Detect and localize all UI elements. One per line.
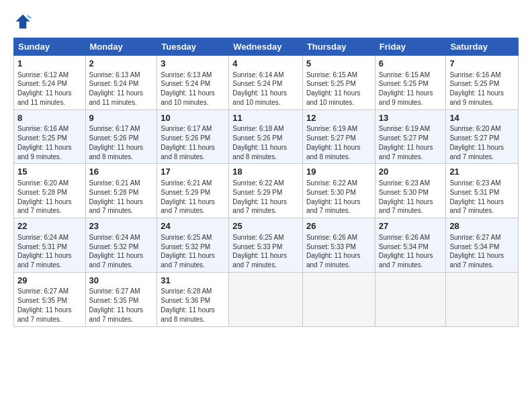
day-info: Sunrise: 6:20 AM Sunset: 5:28 PM Dayligh… bbox=[17, 179, 82, 216]
day-cell bbox=[446, 272, 519, 326]
week-row-3: 15Sunrise: 6:20 AM Sunset: 5:28 PM Dayli… bbox=[14, 164, 519, 218]
day-cell: 14Sunrise: 6:20 AM Sunset: 5:27 PM Dayli… bbox=[446, 109, 519, 164]
day-info: Sunrise: 6:15 AM Sunset: 5:25 PM Dayligh… bbox=[306, 71, 371, 107]
day-number: 20 bbox=[379, 166, 443, 178]
day-cell: 12Sunrise: 6:19 AM Sunset: 5:27 PM Dayli… bbox=[302, 109, 375, 164]
day-cell: 19Sunrise: 6:22 AM Sunset: 5:30 PM Dayli… bbox=[302, 164, 375, 218]
day-info: Sunrise: 6:13 AM Sunset: 5:24 PM Dayligh… bbox=[161, 71, 225, 107]
weekday-header-saturday: Saturday bbox=[446, 38, 519, 56]
day-cell: 31Sunrise: 6:28 AM Sunset: 5:36 PM Dayli… bbox=[157, 272, 229, 326]
day-info: Sunrise: 6:19 AM Sunset: 5:27 PM Dayligh… bbox=[306, 124, 371, 161]
page: SundayMondayTuesdayWednesdayThursdayFrid… bbox=[0, 0, 532, 411]
day-number: 17 bbox=[161, 166, 225, 178]
day-number: 5 bbox=[306, 58, 371, 70]
day-info: Sunrise: 6:21 AM Sunset: 5:29 PM Dayligh… bbox=[161, 179, 225, 216]
day-number: 22 bbox=[17, 220, 82, 232]
weekday-header-monday: Monday bbox=[85, 38, 157, 56]
day-cell: 18Sunrise: 6:22 AM Sunset: 5:29 PM Dayli… bbox=[229, 164, 303, 218]
day-number: 4 bbox=[232, 58, 299, 70]
day-info: Sunrise: 6:27 AM Sunset: 5:35 PM Dayligh… bbox=[89, 287, 154, 324]
day-number: 15 bbox=[17, 166, 82, 178]
day-cell: 24Sunrise: 6:25 AM Sunset: 5:32 PM Dayli… bbox=[157, 218, 229, 273]
day-cell bbox=[229, 272, 303, 326]
weekday-header-wednesday: Wednesday bbox=[229, 38, 303, 56]
day-info: Sunrise: 6:16 AM Sunset: 5:25 PM Dayligh… bbox=[449, 71, 515, 107]
day-number: 18 bbox=[232, 166, 299, 178]
week-row-4: 22Sunrise: 6:24 AM Sunset: 5:31 PM Dayli… bbox=[14, 218, 519, 273]
day-info: Sunrise: 6:23 AM Sunset: 5:31 PM Dayligh… bbox=[449, 179, 515, 216]
day-cell: 9Sunrise: 6:17 AM Sunset: 5:26 PM Daylig… bbox=[85, 109, 157, 164]
day-info: Sunrise: 6:22 AM Sunset: 5:30 PM Dayligh… bbox=[306, 179, 371, 216]
day-cell bbox=[375, 272, 446, 326]
day-cell: 22Sunrise: 6:24 AM Sunset: 5:31 PM Dayli… bbox=[14, 218, 86, 273]
day-cell: 21Sunrise: 6:23 AM Sunset: 5:31 PM Dayli… bbox=[446, 164, 519, 218]
day-cell: 26Sunrise: 6:26 AM Sunset: 5:33 PM Dayli… bbox=[302, 218, 375, 273]
day-cell: 6Sunrise: 6:15 AM Sunset: 5:25 PM Daylig… bbox=[375, 56, 446, 110]
day-cell: 25Sunrise: 6:25 AM Sunset: 5:33 PM Dayli… bbox=[229, 218, 303, 273]
day-cell: 16Sunrise: 6:21 AM Sunset: 5:28 PM Dayli… bbox=[85, 164, 157, 218]
day-number: 13 bbox=[379, 112, 443, 124]
day-info: Sunrise: 6:28 AM Sunset: 5:36 PM Dayligh… bbox=[161, 287, 225, 324]
weekday-header-thursday: Thursday bbox=[302, 38, 375, 56]
day-info: Sunrise: 6:18 AM Sunset: 5:26 PM Dayligh… bbox=[232, 124, 299, 161]
day-cell: 20Sunrise: 6:23 AM Sunset: 5:30 PM Dayli… bbox=[375, 164, 446, 218]
day-number: 16 bbox=[89, 166, 154, 178]
day-info: Sunrise: 6:17 AM Sunset: 5:26 PM Dayligh… bbox=[89, 124, 154, 161]
day-cell: 30Sunrise: 6:27 AM Sunset: 5:35 PM Dayli… bbox=[85, 272, 157, 326]
day-number: 14 bbox=[449, 112, 515, 124]
day-cell: 1Sunrise: 6:12 AM Sunset: 5:24 PM Daylig… bbox=[14, 56, 86, 110]
day-number: 19 bbox=[306, 166, 371, 178]
header bbox=[13, 12, 519, 31]
day-info: Sunrise: 6:27 AM Sunset: 5:34 PM Dayligh… bbox=[449, 233, 515, 270]
day-number: 6 bbox=[379, 58, 443, 70]
day-number: 2 bbox=[89, 58, 154, 70]
day-number: 28 bbox=[449, 220, 515, 232]
day-number: 8 bbox=[17, 112, 82, 124]
weekday-header-sunday: Sunday bbox=[14, 38, 86, 56]
day-number: 24 bbox=[161, 220, 225, 232]
logo-icon bbox=[13, 12, 32, 31]
svg-marker-0 bbox=[16, 15, 30, 29]
day-info: Sunrise: 6:14 AM Sunset: 5:24 PM Dayligh… bbox=[232, 71, 299, 107]
day-cell: 11Sunrise: 6:18 AM Sunset: 5:26 PM Dayli… bbox=[229, 109, 303, 164]
day-number: 26 bbox=[306, 220, 371, 232]
day-info: Sunrise: 6:27 AM Sunset: 5:35 PM Dayligh… bbox=[17, 287, 82, 324]
day-info: Sunrise: 6:12 AM Sunset: 5:24 PM Dayligh… bbox=[17, 71, 82, 107]
day-info: Sunrise: 6:24 AM Sunset: 5:31 PM Dayligh… bbox=[17, 233, 82, 270]
day-number: 3 bbox=[161, 58, 225, 70]
weekday-header-friday: Friday bbox=[375, 38, 446, 56]
day-info: Sunrise: 6:22 AM Sunset: 5:29 PM Dayligh… bbox=[232, 179, 299, 216]
week-row-5: 29Sunrise: 6:27 AM Sunset: 5:35 PM Dayli… bbox=[14, 272, 519, 326]
day-info: Sunrise: 6:19 AM Sunset: 5:27 PM Dayligh… bbox=[379, 124, 443, 161]
day-number: 1 bbox=[17, 58, 82, 70]
day-cell bbox=[302, 272, 375, 326]
day-cell: 4Sunrise: 6:14 AM Sunset: 5:24 PM Daylig… bbox=[229, 56, 303, 110]
day-number: 21 bbox=[449, 166, 515, 178]
day-info: Sunrise: 6:13 AM Sunset: 5:24 PM Dayligh… bbox=[89, 71, 154, 107]
day-number: 29 bbox=[17, 275, 82, 287]
day-number: 30 bbox=[89, 275, 154, 287]
week-row-1: 1Sunrise: 6:12 AM Sunset: 5:24 PM Daylig… bbox=[14, 56, 519, 110]
day-cell: 8Sunrise: 6:16 AM Sunset: 5:25 PM Daylig… bbox=[14, 109, 86, 164]
day-cell: 27Sunrise: 6:26 AM Sunset: 5:34 PM Dayli… bbox=[375, 218, 446, 273]
day-cell: 7Sunrise: 6:16 AM Sunset: 5:25 PM Daylig… bbox=[446, 56, 519, 110]
day-info: Sunrise: 6:17 AM Sunset: 5:26 PM Dayligh… bbox=[161, 124, 225, 161]
day-info: Sunrise: 6:25 AM Sunset: 5:32 PM Dayligh… bbox=[161, 233, 225, 270]
day-cell: 17Sunrise: 6:21 AM Sunset: 5:29 PM Dayli… bbox=[157, 164, 229, 218]
day-number: 10 bbox=[161, 112, 225, 124]
day-info: Sunrise: 6:21 AM Sunset: 5:28 PM Dayligh… bbox=[89, 179, 154, 216]
day-number: 25 bbox=[232, 220, 299, 232]
day-cell: 2Sunrise: 6:13 AM Sunset: 5:24 PM Daylig… bbox=[85, 56, 157, 110]
day-cell: 29Sunrise: 6:27 AM Sunset: 5:35 PM Dayli… bbox=[14, 272, 86, 326]
day-cell: 3Sunrise: 6:13 AM Sunset: 5:24 PM Daylig… bbox=[157, 56, 229, 110]
day-number: 23 bbox=[89, 220, 154, 232]
day-cell: 13Sunrise: 6:19 AM Sunset: 5:27 PM Dayli… bbox=[375, 109, 446, 164]
day-info: Sunrise: 6:24 AM Sunset: 5:32 PM Dayligh… bbox=[89, 233, 154, 270]
logo bbox=[13, 12, 34, 31]
day-number: 31 bbox=[161, 275, 225, 287]
day-number: 27 bbox=[379, 220, 443, 232]
day-info: Sunrise: 6:26 AM Sunset: 5:33 PM Dayligh… bbox=[306, 233, 371, 270]
calendar: SundayMondayTuesdayWednesdayThursdayFrid… bbox=[13, 38, 519, 327]
day-cell: 15Sunrise: 6:20 AM Sunset: 5:28 PM Dayli… bbox=[14, 164, 86, 218]
svg-marker-1 bbox=[26, 15, 32, 18]
